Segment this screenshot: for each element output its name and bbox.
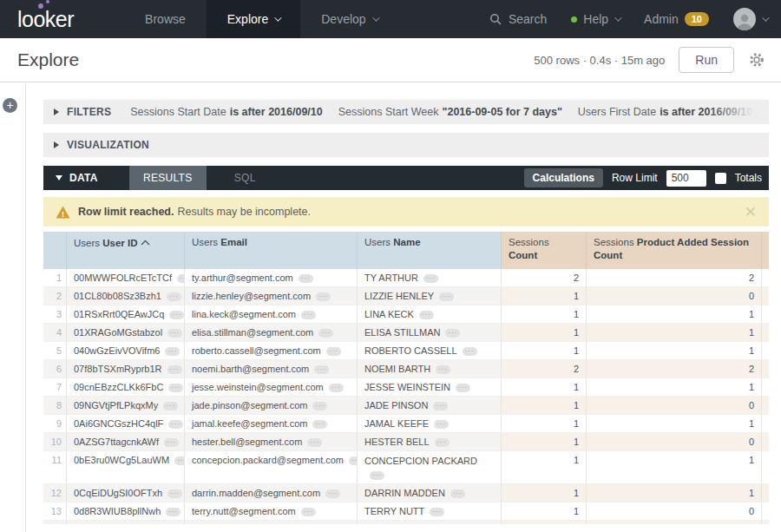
cell-name[interactable]: ELISA STILLMAN···	[358, 324, 502, 342]
close-icon[interactable]: ✕	[745, 205, 757, 220]
cell-product-added-count[interactable]: 2	[587, 269, 762, 287]
cell-menu-icon[interactable]: ···	[312, 420, 327, 429]
cell-sessions-count[interactable]: 1	[502, 378, 587, 397]
cell-product-added-count[interactable]: 1	[587, 342, 762, 360]
cell-name[interactable]: TERRY NUTT···	[358, 502, 502, 521]
cell-user-id[interactable]: 040wGzEivVOVifm6···	[67, 342, 185, 360]
filter-item[interactable]: Users	[768, 106, 769, 118]
cell-user-id[interactable]: 00MWWFOLRcETcTCf···	[67, 269, 185, 287]
cell-sessions-count[interactable]: 1	[502, 342, 587, 360]
cell-email[interactable]: roberto.cassell@segment.com···	[185, 342, 358, 360]
column-header-user-id[interactable]: Users User ID	[67, 232, 185, 269]
cell-name[interactable]: LINA KECK···	[358, 305, 502, 324]
cell-menu-icon[interactable]: ···	[434, 420, 449, 429]
cell-sessions-count[interactable]: 2	[502, 360, 587, 378]
cell-sessions-count[interactable]: 1	[502, 415, 587, 433]
nav-item-develop[interactable]: Develop	[300, 0, 397, 38]
cell-menu-icon[interactable]: ···	[329, 384, 344, 392]
cell-sessions-count[interactable]: 1	[502, 287, 587, 305]
cell-sessions-count[interactable]: 1	[502, 484, 587, 502]
cell-menu-icon[interactable]: ···	[165, 347, 180, 356]
cell-name[interactable]: LIZZIE HENLEY···	[358, 287, 502, 305]
cell-menu-icon[interactable]: ···	[307, 438, 322, 447]
cell-email[interactable]: noemi.barth@segment.com···	[185, 360, 358, 378]
run-button[interactable]: Run	[679, 47, 734, 73]
cell-name[interactable]: TY ARTHUR···	[358, 269, 502, 287]
cell-product-added-count[interactable]: 0	[587, 433, 762, 451]
cell-name[interactable]: JAMAL KEEFE···	[358, 415, 502, 433]
cell-product-added-count[interactable]: 1	[587, 415, 762, 433]
cell-user-id[interactable]: 09cnEBzzCLKk6FbC···	[67, 378, 185, 397]
cell-menu-icon[interactable]: ···	[167, 365, 182, 374]
cell-name[interactable]: HESTER BELL···	[358, 433, 502, 451]
cell-email[interactable]: darrin.madden@segment.com···	[185, 484, 358, 502]
totals-checkbox[interactable]	[715, 173, 726, 184]
cell-menu-icon[interactable]: ···	[164, 438, 179, 447]
cell-user-id[interactable]: 07f8bTSXmRyprb1R···	[67, 360, 185, 378]
cell-menu-icon[interactable]: ···	[463, 347, 477, 356]
column-header-name[interactable]: Users Name	[358, 232, 502, 269]
cell-user-id[interactable]: 0bE3ru0WCg5LauWM···	[67, 451, 185, 484]
cell-menu-icon[interactable]: ···	[325, 489, 340, 498]
cell-sessions-count[interactable]: 1	[502, 324, 587, 342]
filter-item[interactable]: Users First Dateis after 2016/09/10	[578, 106, 752, 118]
cell-name[interactable]: DARRIN MADDEN···	[358, 484, 502, 502]
search-button[interactable]: Search	[489, 12, 547, 26]
cell-menu-icon[interactable]: ···	[314, 365, 329, 374]
help-menu[interactable]: Help	[571, 12, 620, 26]
cell-product-added-count[interactable]: 2	[587, 360, 762, 378]
cell-menu-icon[interactable]: ···	[167, 292, 181, 301]
cell-user-id[interactable]: 0AZSG7ttagcnkAWf···	[67, 433, 185, 451]
cell-menu-icon[interactable]: ···	[299, 274, 313, 283]
cell-menu-icon[interactable]: ···	[177, 274, 185, 283]
visualization-section-bar[interactable]: VISUALIZATION	[43, 133, 769, 157]
cell-menu-icon[interactable]: ···	[167, 489, 182, 498]
cell-email[interactable]: concepcion.packard@segment.com···	[185, 451, 358, 484]
tab-sql[interactable]: SQL	[207, 166, 284, 190]
filters-section-bar[interactable]: FILTERS Sessions Start Dateis after 2016…	[43, 100, 769, 124]
tab-results[interactable]: RESULTS	[129, 166, 207, 190]
cell-product-added-count[interactable]: 1	[587, 324, 762, 342]
add-field-button[interactable]: +	[3, 98, 17, 113]
cell-product-added-count[interactable]: 0	[587, 397, 762, 415]
cell-user-id[interactable]: 09NGVtjPfLPkqxMy···	[67, 397, 185, 415]
column-header-email[interactable]: Users Email	[185, 232, 358, 269]
cell-menu-icon[interactable]: ···	[435, 438, 450, 447]
column-header-count[interactable]: Sessions Count	[502, 232, 587, 269]
nav-item-explore[interactable]: Explore	[207, 0, 300, 38]
cell-email[interactable]: hester.bell@segment.com···	[185, 433, 358, 451]
cell-menu-icon[interactable]: ···	[168, 384, 183, 392]
cell-email[interactable]: ty.arthur@segment.com···	[185, 269, 358, 287]
cell-menu-icon[interactable]: ···	[174, 456, 185, 465]
admin-menu[interactable]: Admin 10	[644, 12, 709, 26]
cell-sessions-count[interactable]: 1	[502, 433, 587, 451]
cell-product-added-count[interactable]: 1	[587, 305, 762, 324]
cell-sessions-count[interactable]: 1	[502, 305, 587, 324]
cell-email[interactable]: lina.keck@segment.com···	[185, 305, 358, 324]
cell-menu-icon[interactable]: ···	[163, 402, 178, 410]
cell-menu-icon[interactable]: ···	[456, 384, 470, 392]
cell-name[interactable]: NOEMI BARTH···	[358, 360, 502, 378]
cell-name[interactable]: JADE PINSON···	[358, 397, 502, 415]
cell-user-id[interactable]: 01XRAGoMGstabzol···	[67, 324, 185, 342]
cell-email[interactable]: lizzie.henley@segment.com···	[185, 287, 358, 305]
cell-sessions-count[interactable]: 1	[502, 397, 587, 415]
column-header-product-added-session-count[interactable]: Sessions Product Added Session Count	[587, 232, 762, 269]
cell-sessions-count[interactable]: 1	[502, 451, 587, 484]
cell-menu-icon[interactable]: ···	[349, 456, 358, 465]
cell-product-added-count[interactable]: 1	[587, 451, 762, 484]
cell-user-id[interactable]: 0d8R3WIUB8pllNwh···	[67, 502, 185, 521]
cell-menu-icon[interactable]: ···	[169, 311, 184, 319]
cell-user-id[interactable]: 0CqEiDUgSI0OFTxh···	[67, 484, 185, 502]
filter-item[interactable]: Sessions Start Dateis after 2016/09/10	[130, 106, 323, 118]
cell-sessions-count[interactable]: 1	[502, 502, 587, 521]
cell-menu-icon[interactable]: ···	[318, 329, 333, 338]
cell-email[interactable]: jade.pinson@segment.com···	[185, 397, 358, 415]
cell-email[interactable]: terry.nutt@segment.com···	[185, 502, 358, 521]
cell-name[interactable]: ROBERTO CASSELL···	[358, 342, 502, 360]
cell-menu-icon[interactable]: ···	[445, 329, 460, 338]
cell-product-added-count[interactable]: 0	[587, 502, 762, 521]
cell-user-id[interactable]: 01RSxRrt0QEAwJCq···	[67, 305, 185, 324]
cell-email[interactable]: jamal.keefe@segment.com···	[185, 415, 358, 433]
cell-menu-icon[interactable]: ···	[312, 402, 327, 410]
